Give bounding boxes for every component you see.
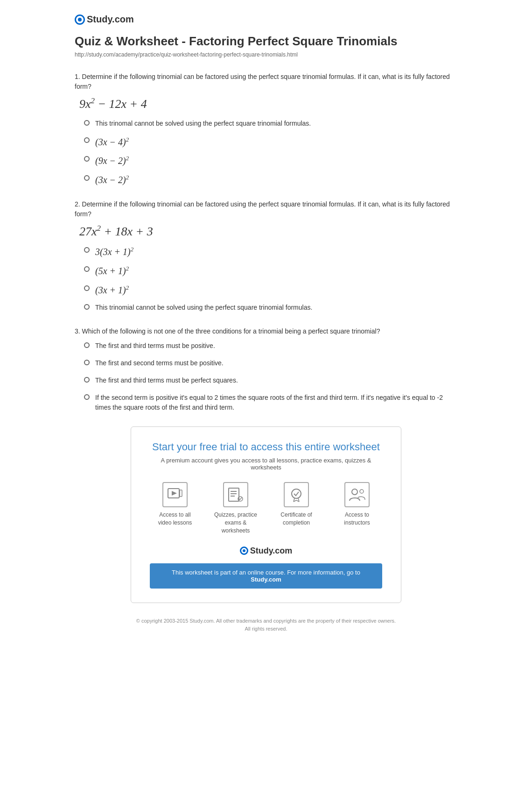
logo-area: Study.com [75, 9, 457, 25]
q3-answer-3[interactable]: The first and third terms must be perfec… [75, 376, 457, 385]
q2-answer-1-text: 3(3x + 1)2 [95, 246, 133, 257]
page-title: Quiz & Worksheet - Factoring Perfect Squ… [75, 34, 457, 49]
q3-answer-4-text: If the second term is positive it's equa… [95, 393, 457, 412]
copyright: © copyright 2003-2015 Study.com. All oth… [75, 617, 457, 633]
q3-answer-3-text: The first and third terms must be perfec… [95, 376, 238, 385]
feature-certificate-label: Certificate ofcompletion [280, 511, 312, 527]
certificate-icon-box [284, 482, 309, 507]
svg-rect-3 [229, 488, 239, 501]
svg-point-16 [360, 490, 364, 493]
svg-line-9 [240, 497, 242, 500]
video-icon-box [162, 482, 188, 507]
q3-answer-1[interactable]: The first and third terms must be positi… [75, 341, 457, 351]
q1-answer-1[interactable]: This trinomal cannot be solved using the… [75, 119, 457, 128]
q2-answer-2[interactable]: (5x + 1)2 [75, 265, 457, 277]
instructor-icon-box [344, 482, 370, 507]
question-3-text: 3. Which of the following is not one of … [75, 327, 457, 336]
question-2-expression: 27x2 + 18x + 3 [79, 224, 457, 239]
trial-footer-link[interactable]: Study.com [251, 576, 281, 583]
q1-answer-1-text: This trinomal cannot be solved using the… [95, 119, 311, 128]
q1-answer-2[interactable]: (3x − 4)2 [75, 136, 457, 148]
question-2: 2. Determine if the following trinomial … [75, 199, 457, 313]
question-1: 1. Determine if the following trinomial … [75, 72, 457, 185]
list-icon-box [223, 482, 248, 507]
trial-logo: Study.com [150, 546, 382, 556]
video-icon [168, 488, 182, 501]
q3-answer-2[interactable]: The first and second terms must be posit… [75, 358, 457, 368]
q1-answer-4[interactable]: (3x − 2)2 [75, 174, 457, 185]
feature-quizzes: Quizzes, practiceexams & worksheets [212, 482, 259, 534]
radio-q2-a3[interactable] [84, 285, 90, 291]
radio-q1-a1[interactable] [84, 120, 90, 126]
q3-answer-1-text: The first and third terms must be positi… [95, 341, 215, 351]
certificate-icon [289, 487, 304, 502]
question-3: 3. Which of the following is not one of … [75, 327, 457, 412]
q2-answer-1[interactable]: 3(3x + 1)2 [75, 246, 457, 257]
question-1-expression: 9x2 − 12x + 4 [79, 96, 457, 111]
page-url: http://study.com/academy/practice/quiz-w… [75, 51, 457, 58]
trial-logo-icon [240, 547, 248, 555]
q3-answer-4[interactable]: If the second term is positive it's equa… [75, 393, 457, 412]
radio-q2-a4[interactable] [84, 304, 90, 310]
svg-rect-2 [180, 490, 182, 497]
radio-q2-a2[interactable] [84, 266, 90, 272]
q3-answer-2-text: The first and second terms must be posit… [95, 358, 224, 368]
q2-answer-2-text: (5x + 1)2 [95, 265, 129, 277]
q1-answer-4-text: (3x − 2)2 [95, 174, 129, 185]
trial-title: Start your free trial to access this ent… [150, 441, 382, 453]
radio-q3-a2[interactable] [84, 360, 90, 365]
trial-footer: This worksheet is part of an online cour… [150, 563, 382, 589]
q2-answer-3[interactable]: (3x + 1)2 [75, 284, 457, 296]
logo-text: Study.com [87, 14, 134, 25]
question-2-text: 2. Determine if the following trinomial … [75, 199, 457, 219]
q2-answer-4-text: This trinomial cannot be solved using th… [95, 303, 312, 312]
feature-video-label: Access to allvideo lessons [158, 511, 192, 527]
study-logo-icon [75, 14, 85, 25]
feature-video: Access to allvideo lessons [152, 482, 198, 534]
q2-answer-4[interactable]: This trinomial cannot be solved using th… [75, 303, 457, 312]
svg-point-15 [352, 489, 357, 495]
trial-features: Access to allvideo lessons Quizzes, pra [150, 482, 382, 534]
trial-box: Start your free trial to access this ent… [131, 426, 401, 603]
copyright-line1: © copyright 2003-2015 Study.com. All oth… [136, 618, 396, 624]
radio-q1-a4[interactable] [84, 175, 90, 181]
trial-footer-text: This worksheet is part of an online cour… [172, 569, 360, 576]
radio-q1-a3[interactable] [84, 156, 90, 162]
radio-q3-a4[interactable] [84, 394, 90, 400]
feature-instructors: Access toinstructors [334, 482, 380, 534]
svg-point-10 [292, 489, 301, 498]
question-1-text: 1. Determine if the following trinomial … [75, 72, 457, 92]
trial-logo-text: Study.com [250, 546, 293, 556]
q1-answer-3[interactable]: (9x − 2)2 [75, 155, 457, 166]
radio-q2-a1[interactable] [84, 247, 90, 253]
radio-q3-a1[interactable] [84, 342, 90, 348]
q1-answer-2-text: (3x − 4)2 [95, 136, 129, 148]
feature-instructors-label: Access toinstructors [344, 511, 370, 527]
q2-answer-3-text: (3x + 1)2 [95, 284, 129, 296]
trial-subtitle: A premium account gives you access to al… [150, 457, 382, 471]
feature-certificate: Certificate ofcompletion [273, 482, 320, 534]
svg-marker-1 [172, 491, 177, 496]
copyright-line2: All rights reserved. [245, 626, 287, 632]
instructor-icon [349, 488, 365, 502]
feature-quizzes-label: Quizzes, practiceexams & worksheets [212, 511, 259, 534]
radio-q3-a3[interactable] [84, 377, 90, 383]
q1-answer-3-text: (9x − 2)2 [95, 155, 129, 166]
radio-q1-a2[interactable] [84, 137, 90, 143]
list-icon [228, 488, 243, 502]
